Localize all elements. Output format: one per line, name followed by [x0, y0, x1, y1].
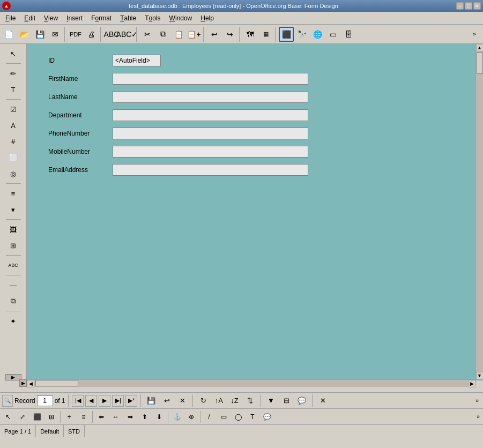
- next-record-button[interactable]: ▶: [99, 395, 110, 407]
- transform-button[interactable]: ⬛: [30, 410, 44, 424]
- new-record-button[interactable]: ▶*: [125, 395, 137, 407]
- filter-nav-button[interactable]: 💬: [295, 394, 309, 408]
- first-record-button[interactable]: |◀: [72, 395, 84, 407]
- menu-insert[interactable]: Insert: [62, 12, 87, 24]
- scroll-up-arrow[interactable]: ▲: [476, 44, 484, 51]
- cut-button[interactable]: ✂: [140, 27, 155, 42]
- align-bottom-button[interactable]: ⬇: [152, 410, 166, 424]
- navigator-button[interactable]: 🗺: [243, 27, 258, 42]
- hline-tool[interactable]: ―: [5, 278, 21, 293]
- scroll-left-arrow[interactable]: ◀: [27, 380, 34, 387]
- firstname-input[interactable]: [113, 73, 308, 85]
- menu-format[interactable]: Format: [87, 12, 116, 24]
- email-button[interactable]: ✉: [48, 27, 63, 42]
- group-tool[interactable]: ⧉: [5, 294, 21, 309]
- paste-special-button[interactable]: 📋+: [187, 27, 202, 42]
- sort-ascending-button[interactable]: ↑A: [212, 394, 226, 408]
- radio-tool[interactable]: ◎: [5, 166, 21, 181]
- scroll-thumb[interactable]: [477, 53, 483, 74]
- scroll-track[interactable]: [476, 51, 483, 372]
- hscroll-thumb[interactable]: [35, 380, 78, 386]
- position-size-button[interactable]: ⊕: [184, 410, 198, 424]
- abc-label-tool[interactable]: ABC: [5, 258, 21, 273]
- align-left-button[interactable]: ⬅: [94, 410, 108, 424]
- tab-order-button[interactable]: ⊞: [44, 410, 58, 424]
- datasource-button[interactable]: 🗄: [341, 27, 356, 42]
- number-tool[interactable]: #: [5, 134, 21, 149]
- toolbar-expand-button[interactable]: »: [467, 27, 482, 42]
- sort-button[interactable]: ⇅: [243, 394, 257, 408]
- sort-descending-button[interactable]: ↓Z: [227, 394, 241, 408]
- toggle-line-button[interactable]: /: [202, 410, 216, 424]
- grid-tool[interactable]: ⊞: [5, 238, 21, 253]
- minimize-button[interactable]: ─: [456, 2, 464, 10]
- lastname-input[interactable]: [113, 91, 308, 103]
- list-tool[interactable]: ≡: [5, 186, 21, 201]
- scroll-down-arrow[interactable]: ▼: [476, 372, 484, 379]
- print-preview-button[interactable]: PDF: [68, 27, 83, 42]
- prev-record-button[interactable]: ◀: [85, 395, 97, 407]
- close-button[interactable]: ✕: [473, 2, 481, 10]
- paint-tool[interactable]: ✏: [5, 66, 21, 81]
- tb2-expand-button[interactable]: »: [474, 411, 482, 423]
- menu-file[interactable]: File: [1, 12, 20, 24]
- pointer-tool-button[interactable]: ↖: [1, 410, 15, 424]
- menu-help[interactable]: Help: [196, 12, 218, 24]
- forms-view-button[interactable]: ▭: [325, 27, 340, 42]
- menu-edit[interactable]: Edit: [20, 12, 40, 24]
- autofilter-button[interactable]: ▼: [264, 394, 278, 408]
- print-button[interactable]: 🖨: [84, 27, 99, 42]
- menu-table[interactable]: Table: [116, 12, 140, 24]
- design-mode-button[interactable]: ⬛: [279, 27, 294, 42]
- browser-button[interactable]: 🌐: [310, 27, 325, 42]
- record-number-input[interactable]: [37, 395, 53, 406]
- close-form-button[interactable]: ✕: [316, 394, 330, 408]
- scroll-right-arrow[interactable]: ▶: [468, 380, 475, 387]
- id-input[interactable]: <AutoField>: [113, 55, 161, 66]
- add-field-button[interactable]: +: [62, 410, 76, 424]
- checkbox-tool[interactable]: ☑: [5, 102, 21, 117]
- undo-record-button[interactable]: ↩: [160, 394, 174, 408]
- more-controls-tool[interactable]: ✦: [5, 313, 21, 328]
- menu-view[interactable]: View: [40, 12, 62, 24]
- button-tool[interactable]: ⬜: [5, 150, 21, 165]
- align-center-button[interactable]: ↔: [109, 410, 123, 424]
- department-input[interactable]: [113, 109, 308, 121]
- new-button[interactable]: 📄: [1, 27, 16, 42]
- delete-record-button[interactable]: ✕: [175, 394, 189, 408]
- hscroll-track[interactable]: [34, 380, 468, 387]
- binoculars-button[interactable]: 🔭: [294, 27, 309, 42]
- rectangle-button[interactable]: ▭: [217, 410, 231, 424]
- record-nav-small-icon[interactable]: 🔍: [2, 395, 13, 407]
- select-tool[interactable]: ↖: [5, 46, 21, 61]
- copy-button[interactable]: ⧉: [155, 27, 170, 42]
- mobilenumber-input[interactable]: [113, 146, 308, 158]
- phonenumber-input[interactable]: [113, 128, 308, 139]
- panel-expand-arrow[interactable]: ▶: [5, 374, 21, 380]
- combo-tool[interactable]: ▾: [5, 202, 21, 217]
- emailaddress-input[interactable]: [113, 164, 308, 176]
- text-box-button[interactable]: T: [246, 410, 259, 424]
- save-record-button[interactable]: 💾: [144, 394, 158, 408]
- align-right-button[interactable]: ➡: [123, 410, 137, 424]
- move-point-button[interactable]: ⤢: [16, 410, 29, 424]
- recbar-expand-button[interactable]: »: [473, 395, 481, 407]
- align-top-button[interactable]: ⬆: [138, 410, 152, 424]
- menu-window[interactable]: Window: [165, 12, 197, 24]
- last-record-button[interactable]: ▶|: [112, 395, 124, 407]
- save-button[interactable]: 💾: [32, 27, 47, 42]
- paste-button[interactable]: 📋: [171, 27, 186, 42]
- menu-tools[interactable]: Tools: [140, 12, 165, 24]
- open-button[interactable]: 📂: [17, 27, 32, 42]
- anchor-button[interactable]: ⚓: [170, 410, 184, 424]
- redo-button[interactable]: ↪: [222, 27, 237, 42]
- canvas-corner-button[interactable]: ▶: [19, 379, 27, 387]
- label-tool[interactable]: A: [5, 118, 21, 133]
- spellcheck-auto-button[interactable]: ABC✓: [120, 27, 135, 42]
- field-nav-button[interactable]: ≡: [77, 410, 91, 424]
- filter-button[interactable]: ⊟: [279, 394, 293, 408]
- ellipse-button[interactable]: ◯: [231, 410, 245, 424]
- forms-button[interactable]: ▦: [258, 27, 273, 42]
- callout-button[interactable]: 💬: [260, 410, 274, 424]
- maximize-button[interactable]: □: [465, 2, 472, 10]
